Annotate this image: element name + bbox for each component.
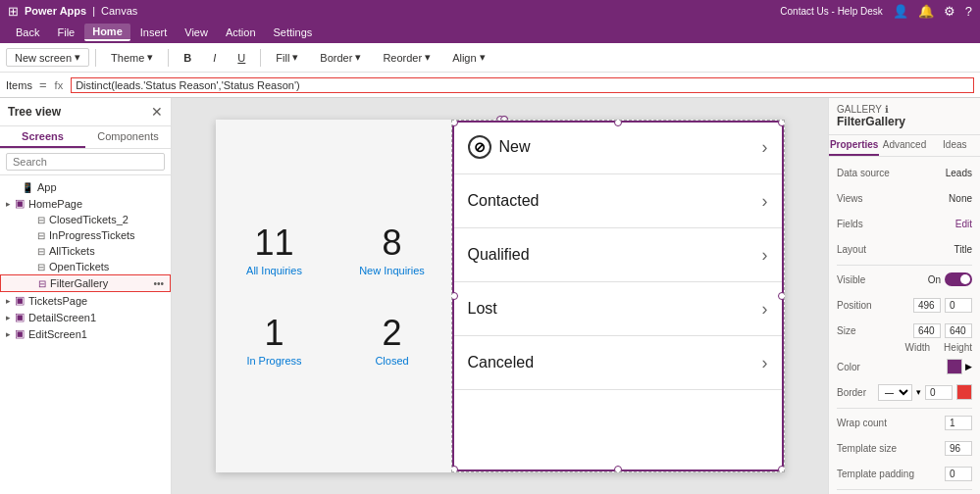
title-bar: ⊞ Power Apps | Canvas Contact Us - Help … xyxy=(0,0,980,22)
contact-us-link[interactable]: Contact Us - Help Desk xyxy=(780,6,882,17)
prop-fields: Fields Edit xyxy=(837,214,972,233)
templatesize-label: Template size xyxy=(837,443,897,454)
border-style-select[interactable]: — xyxy=(878,384,912,401)
sidebar-item-closedtickets[interactable]: ⊟ ClosedTickets_2 xyxy=(0,212,171,227)
underline-button[interactable]: U xyxy=(229,49,254,67)
chevron-down-icon: ▾ xyxy=(75,51,80,64)
sidebar-item-editscreen[interactable]: ▸ ▣ EditScreen1 xyxy=(0,325,171,342)
action-menu[interactable]: Action xyxy=(218,25,264,40)
canvas-area: 11 All Inquiries 8 New Inquiries 1 In Pr… xyxy=(172,98,828,494)
right-panel-tab-ideas[interactable]: Ideas xyxy=(930,135,980,156)
border-width-input[interactable] xyxy=(925,385,953,400)
fill-button[interactable]: Fill ▾ xyxy=(267,48,307,67)
chevron-right-icon-4: › xyxy=(762,299,768,320)
fill-label: Fill xyxy=(276,52,289,64)
new-circle-icon: ⊘ xyxy=(468,135,491,159)
sidebar-search xyxy=(0,149,171,175)
prop-size: Size xyxy=(837,321,972,340)
position-x-input[interactable] xyxy=(913,298,941,313)
fields-edit-link[interactable]: Edit xyxy=(955,219,972,229)
toolbar: New screen ▾ Theme ▾ B I U Fill ▾ Border… xyxy=(0,43,980,73)
formula-fx-icon: fx xyxy=(51,79,68,91)
sidebar-item-filtergallery[interactable]: ⊟ FilterGallery ••• xyxy=(0,274,171,292)
layout-value: Title xyxy=(954,244,972,255)
app-label: App xyxy=(37,181,57,193)
gallery-item-lost[interactable]: Lost › xyxy=(452,282,784,336)
right-panel-tab-properties[interactable]: Properties xyxy=(829,135,879,156)
chevron-right-icon-1: › xyxy=(762,137,768,158)
align-button[interactable]: Align ▾ xyxy=(443,48,493,67)
prop-position: Position xyxy=(837,295,972,315)
datasource-label: Data source xyxy=(837,168,890,178)
templatepadding-input[interactable] xyxy=(945,467,972,481)
formula-property-label: Items xyxy=(6,79,35,91)
sidebar-item-app[interactable]: 📱 App xyxy=(0,179,171,195)
toolbar-divider-3 xyxy=(260,49,261,67)
sidebar-header: Tree view ✕ xyxy=(0,98,171,126)
align-chevron-icon: ▾ xyxy=(480,51,486,64)
sidebar-close-button[interactable]: ✕ xyxy=(151,104,163,120)
position-y-input[interactable] xyxy=(945,298,972,313)
chevron-right-icon-3: › xyxy=(762,245,768,266)
gallery-item-canceled[interactable]: Canceled › xyxy=(452,336,784,390)
gallery-item-qualified[interactable]: Qualified › xyxy=(452,228,784,282)
prop-visible: Visible On xyxy=(837,270,972,289)
sidebar-item-homepage[interactable]: ▸ ▣ HomePage xyxy=(0,195,171,212)
border-button[interactable]: Border ▾ xyxy=(311,48,370,67)
gallery-icon-1: ⊟ xyxy=(37,215,45,225)
sidebar-item-ticketspage[interactable]: ▸ ▣ TicketsPage xyxy=(0,292,171,309)
new-screen-button[interactable]: New screen ▾ xyxy=(6,48,89,67)
menu-bar: Back File Home Insert View Action Settin… xyxy=(0,22,980,43)
formula-input[interactable] xyxy=(71,77,974,93)
person-icon[interactable]: 👤 xyxy=(893,4,908,19)
gallery-icon-4: ⊟ xyxy=(37,262,45,272)
sidebar-item-detailscreen[interactable]: ▸ ▣ DetailScreen1 xyxy=(0,309,171,325)
size-height-input[interactable] xyxy=(945,323,972,338)
gear-icon[interactable]: ⚙ xyxy=(944,4,955,19)
visible-toggle[interactable] xyxy=(945,272,972,286)
sidebar: Tree view ✕ Screens Components 📱 App ▸ ▣… xyxy=(0,98,172,494)
size-width-input[interactable] xyxy=(913,323,941,338)
reorder-button[interactable]: Reorder ▾ xyxy=(374,48,439,67)
italic-button[interactable]: I xyxy=(204,49,225,67)
file-menu[interactable]: File xyxy=(49,25,82,40)
border-color-swatch[interactable] xyxy=(956,384,972,400)
size-label: Size xyxy=(837,325,855,336)
stat-all-inquiries: 11 All Inquiries xyxy=(216,216,334,286)
home-menu[interactable]: Home xyxy=(84,24,130,41)
sidebar-item-alltickets[interactable]: ⊟ AllTickets xyxy=(0,243,171,259)
theme-button[interactable]: Theme ▾ xyxy=(102,48,162,67)
back-button[interactable]: Back xyxy=(8,25,47,40)
editscreen-label: EditScreen1 xyxy=(28,328,87,340)
apps-grid-icon[interactable]: ⊞ xyxy=(8,4,19,19)
main-layout: Tree view ✕ Screens Components 📱 App ▸ ▣… xyxy=(0,98,980,494)
question-icon[interactable]: ? xyxy=(965,4,972,19)
width-sub-label: Width xyxy=(905,342,931,353)
sidebar-item-inprogress[interactable]: ⊟ InProgressTickets xyxy=(0,227,171,243)
templatesize-input[interactable] xyxy=(945,441,972,456)
search-input[interactable] xyxy=(6,153,165,171)
templatepadding-label: Template padding xyxy=(837,469,914,479)
more-options-icon[interactable]: ••• xyxy=(153,278,164,289)
gallery-item-contacted-text: Contacted xyxy=(468,192,540,210)
prop-layout: Layout Title xyxy=(837,239,972,259)
color-swatch[interactable] xyxy=(947,359,962,374)
gallery-item-new[interactable]: ⊘ New › xyxy=(452,121,784,174)
sidebar-item-opentickets[interactable]: ⊟ OpenTickets xyxy=(0,259,171,274)
bold-button[interactable]: B xyxy=(175,49,200,67)
gallery-area[interactable]: ⊘ New › Contacted › Qualified › Lost › xyxy=(451,120,785,472)
view-menu[interactable]: View xyxy=(177,25,216,40)
expand-icon: ▸ xyxy=(6,199,11,209)
sidebar-tabs: Screens Components xyxy=(0,126,171,149)
right-panel-tab-advanced[interactable]: Advanced xyxy=(879,135,929,156)
canvas-frame: 11 All Inquiries 8 New Inquiries 1 In Pr… xyxy=(216,120,785,472)
homepage-label: HomePage xyxy=(28,198,82,210)
wrapcount-input[interactable] xyxy=(945,416,972,430)
gallery-item-contacted[interactable]: Contacted › xyxy=(452,174,784,228)
insert-menu[interactable]: Insert xyxy=(132,25,176,40)
settings-menu[interactable]: Settings xyxy=(266,25,321,40)
gallery-corner-br xyxy=(778,466,785,472)
sidebar-tab-components[interactable]: Components xyxy=(85,126,171,148)
sidebar-tab-screens[interactable]: Screens xyxy=(0,126,85,148)
bell-icon[interactable]: 🔔 xyxy=(918,4,934,19)
